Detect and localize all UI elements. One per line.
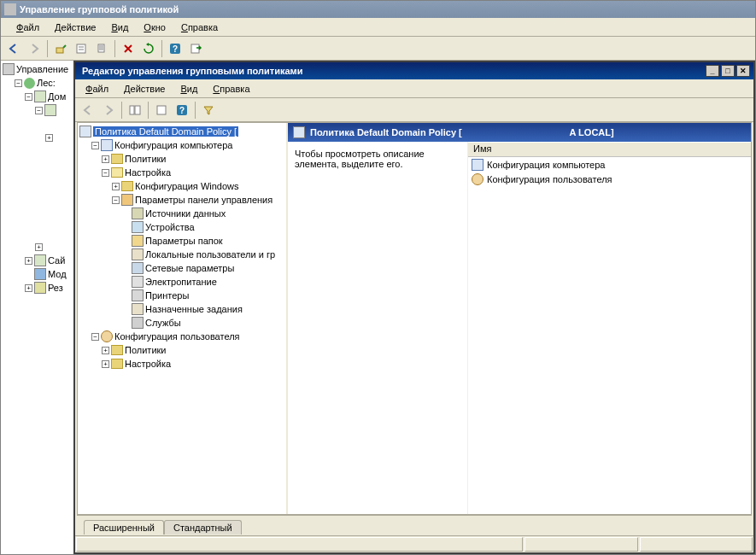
description-text: Чтобы просмотреть описание элемента, выд… [295,149,425,169]
tree-user-config[interactable]: − Конфигурация пользователя [79,330,284,343]
expand-icon[interactable]: + [45,134,53,142]
tree-label: Рез [48,283,63,293]
inner-tree[interactable]: Политика Default Domain Policy [ − Конфи… [78,123,288,514]
properties-button[interactable] [72,39,91,58]
tree-root-policy[interactable]: Политика Default Domain Policy [ [79,125,284,138]
menu-view[interactable]: Вид [104,20,135,34]
users-icon [132,248,144,260]
detail-content: Чтобы просмотреть описание элемента, выд… [288,142,751,514]
menu-action[interactable]: Действие [48,20,103,34]
col-name: Имя [473,143,491,154]
tree-data-sources[interactable]: Источники данных [79,207,284,220]
tree-services[interactable]: Службы [79,316,284,330]
collapse-icon[interactable]: − [102,169,109,177]
filter-button[interactable] [199,101,218,120]
tree-label: Конфигурация компьютера [114,140,232,150]
copy-button[interactable] [92,39,111,58]
tree-label: Дом [48,91,66,102]
tree-windows-config[interactable]: + Конфигурация Windows [79,179,284,193]
power-icon [132,276,144,288]
tree-settings[interactable]: − Настройка [79,166,284,179]
tree-power[interactable]: Электропитание [79,275,284,289]
printer-icon [132,289,144,301]
collapse-icon[interactable]: − [112,196,120,204]
list-pane[interactable]: Имя Конфигурация компьютера Конфигурация… [467,142,751,514]
tree-network[interactable]: Сетевые параметры [79,261,284,275]
forward-button[interactable] [99,101,118,120]
minimize-button[interactable]: _ [706,65,719,77]
expand-icon[interactable]: + [25,257,32,265]
expand-icon[interactable]: + [102,347,109,354]
menu-window[interactable]: Окно [137,20,173,34]
properties-button[interactable] [152,101,171,120]
expand-icon[interactable]: + [25,284,32,292]
list-column-header[interactable]: Имя [468,142,751,157]
status-cell [525,537,637,552]
user-icon [472,173,483,185]
tree-control-panel[interactable]: − Параметры панели управления [79,193,284,207]
tree-policies[interactable]: + Политики [79,343,284,357]
back-button[interactable] [79,101,97,120]
tree-computer-config[interactable]: − Конфигурация компьютера [79,138,284,152]
collapse-icon[interactable]: − [15,79,22,87]
help-button[interactable]: ? [173,101,191,120]
up-button[interactable] [51,39,70,58]
menu-file[interactable]: Файл [9,20,46,34]
svg-text:?: ? [173,44,178,54]
domain-icon [34,91,46,102]
expand-icon[interactable]: + [112,183,120,190]
toolbar-separator [47,40,48,57]
delete-button[interactable] [119,39,138,58]
user-icon [101,330,113,342]
close-button[interactable]: ✕ [736,65,750,77]
list-item-computer-config[interactable]: Конфигурация компьютера [468,157,751,172]
tree-label: Устройства [145,222,195,232]
help-button[interactable]: ? [166,39,185,58]
maximize-button[interactable]: □ [721,65,735,77]
menu-help[interactable]: Справка [206,82,256,96]
tab-standard[interactable]: Стандартный [164,520,242,535]
collapse-icon[interactable]: − [91,142,99,149]
tree-policies[interactable]: + Политики [79,152,284,166]
collapse-icon[interactable]: − [35,107,43,114]
collapse-icon[interactable]: − [25,93,32,101]
svg-rect-7 [191,44,199,53]
tree-local-users[interactable]: Локальные пользователи и гр [79,248,284,261]
list-item-user-config[interactable]: Конфигурация пользователя [468,172,751,186]
tree-label: Службы [145,318,181,328]
inner-menubar: Файл Действие Вид Справка [75,79,753,98]
inner-toolbar: ? [75,98,753,122]
show-hide-tree-button[interactable] [126,101,144,120]
inner-window: Редактор управления групповыми политикам… [73,61,755,554]
menu-view[interactable]: Вид [173,82,204,96]
menu-action[interactable]: Действие [117,82,172,96]
menu-help[interactable]: Справка [174,20,225,34]
back-button[interactable] [4,39,23,58]
expand-icon[interactable]: + [35,243,43,251]
outer-menubar: Файл Действие Вид Окно Справка [1,18,755,37]
expand-icon[interactable]: + [102,360,109,368]
expand-icon[interactable]: + [102,155,109,163]
menu-file[interactable]: Файл [79,82,115,96]
outer-title: Управление групповой политикой [20,4,179,15]
domain-icon [44,104,56,116]
tree-printers[interactable]: Принтеры [79,289,284,302]
tree-devices[interactable]: Устройства [79,220,284,234]
export-button[interactable] [186,39,205,58]
tree-label: Источники данных [145,208,226,219]
tree-settings[interactable]: + Настройка [79,357,284,371]
forward-button[interactable] [25,39,44,58]
tree-label: Сай [48,255,65,266]
toolbar-separator [114,40,115,57]
collapse-icon[interactable]: − [91,333,99,341]
tab-extended[interactable]: Расширенный [84,520,164,535]
toolbar-separator [195,102,196,119]
refresh-button[interactable] [139,39,158,58]
tab-bar: Расширенный Стандартный [77,515,752,534]
tree-folder-options[interactable]: Параметры папок [79,234,284,248]
tree-label: Управление [16,64,68,74]
results-icon [34,282,46,294]
tree-label: Конфигурация Windows [135,181,239,191]
tree-scheduled-tasks[interactable]: Назначенные задания [79,302,284,316]
control-panel-icon [121,194,133,206]
